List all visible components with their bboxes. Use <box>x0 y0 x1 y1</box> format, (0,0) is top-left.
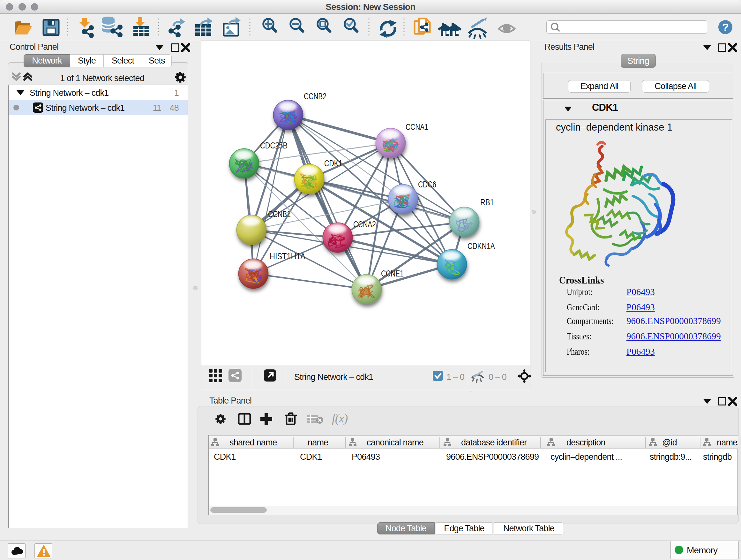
svg-text:CCNA1: CCNA1 <box>406 122 428 132</box>
svg-text:HIST1H1A: HIST1H1A <box>270 251 306 261</box>
svg-text:?: ? <box>722 21 729 33</box>
svg-text:CCNB2: CCNB2 <box>304 91 327 101</box>
svg-text:CDC25B: CDC25B <box>260 140 287 150</box>
svg-text:CCNB1: CCNB1 <box>268 209 291 219</box>
svg-text:CCNA2: CCNA2 <box>353 219 376 229</box>
svg-text:CDKN1A: CDKN1A <box>468 241 495 251</box>
svg-text:CDK1: CDK1 <box>324 159 342 168</box>
svg-text:RB1: RB1 <box>480 197 494 207</box>
svg-text:CDC6: CDC6 <box>418 179 436 189</box>
svg-text:CCNE1: CCNE1 <box>381 268 404 278</box>
